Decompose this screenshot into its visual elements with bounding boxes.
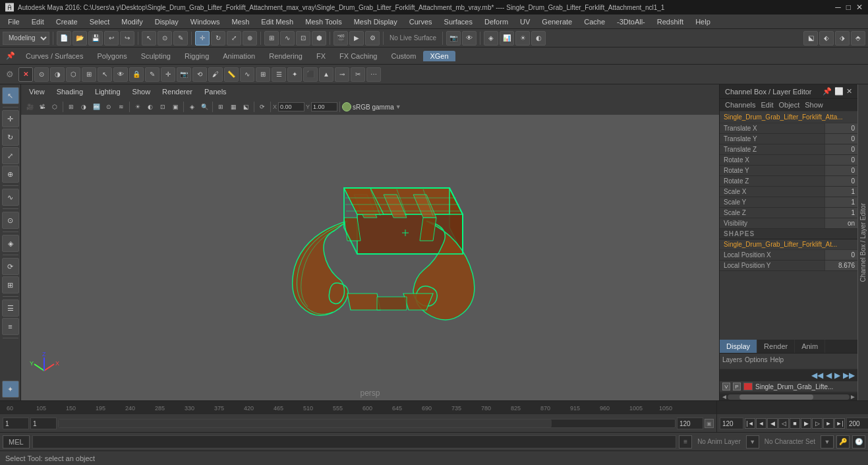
tool-arrow-icon[interactable]: ↖ — [98, 67, 112, 82]
open-button[interactable]: 📂 — [72, 31, 87, 46]
display-tab-render[interactable]: Render — [757, 340, 795, 353]
vp-ssao-btn[interactable]: ⊙ — [103, 101, 115, 113]
timeline-ruler[interactable]: 60 105 150 195 240 285 330 375 420 465 5… — [0, 401, 716, 414]
color-space-arrow[interactable]: ▼ — [395, 104, 401, 110]
tool-layer-icon[interactable]: ☰ — [272, 67, 286, 82]
lasso-select-button[interactable]: ⊙ — [158, 31, 172, 46]
tool-smooth-icon[interactable]: ⬡ — [66, 67, 80, 82]
menu-edit[interactable]: Edit — [26, 16, 49, 27]
menu-redshift[interactable]: Redshift — [652, 16, 689, 27]
cb-value-tz[interactable]: 0 — [825, 144, 857, 154]
cb-value-tx[interactable]: 0 — [825, 123, 857, 133]
cb-value-ty[interactable]: 0 — [825, 134, 857, 144]
scroll-right-btn[interactable]: ► — [850, 393, 856, 400]
snap-mode-button[interactable]: ◈ — [2, 235, 19, 252]
tab-animation[interactable]: Animation — [216, 51, 262, 61]
timeline-range-bar[interactable] — [58, 419, 676, 428]
tool-measure-icon[interactable]: 📏 — [224, 67, 239, 82]
scene-timecode-button[interactable]: 🕐 — [852, 435, 865, 449]
snap-surface-button[interactable]: ⬢ — [312, 31, 326, 46]
select-tool-button[interactable]: ↖ — [142, 31, 156, 46]
layers-menu-layers[interactable]: Layers — [722, 356, 742, 363]
universal-mode-button[interactable]: ⊕ — [2, 166, 19, 183]
timeline-end-field[interactable] — [677, 418, 703, 429]
soft-mod-button[interactable]: ∿ — [2, 189, 19, 206]
timeline-current-field[interactable] — [30, 418, 57, 429]
cb-tab-channels[interactable]: Channels — [725, 101, 755, 109]
vp-grid-btn[interactable]: ⊞ — [65, 101, 77, 113]
vp-light-btn[interactable]: ☀ — [132, 101, 144, 113]
menu-deform[interactable]: Deform — [479, 16, 513, 27]
scale-tool-button[interactable]: ⤢ — [227, 31, 241, 46]
vp-component-btn[interactable]: ▣ — [169, 101, 181, 113]
vp-gate-btn[interactable]: ▦ — [227, 101, 239, 113]
tool-cut-icon[interactable]: ✂ — [351, 67, 365, 82]
tool-camera2-icon[interactable]: 📷 — [177, 67, 191, 82]
layer-scrollbar[interactable]: ◄ ► — [720, 392, 857, 400]
menu-mesh-tools[interactable]: Mesh Tools — [300, 16, 347, 27]
nav-first-button[interactable]: ◀◀ — [811, 371, 823, 380]
tool-attract-icon[interactable]: ✦ — [287, 67, 302, 82]
display-settings-button[interactable]: ⬕ — [803, 31, 818, 46]
vp-smooth-btn[interactable]: ◑ — [78, 101, 90, 113]
nav-last-button[interactable]: ▶▶ — [843, 371, 855, 380]
light-editor-button[interactable]: ☀ — [515, 31, 530, 46]
xgen-icon-button[interactable]: ✦ — [2, 381, 19, 398]
tab-polygons[interactable]: Polygons — [90, 51, 133, 61]
menu-windows[interactable]: Windows — [185, 16, 225, 27]
cb-value-rz[interactable]: 0 — [825, 176, 857, 186]
snap-grid-button[interactable]: ⊞ — [264, 31, 279, 46]
maximize-button[interactable]: □ — [846, 3, 851, 12]
vp-isolate-btn[interactable]: ◈ — [186, 101, 198, 113]
vp-menu-lighting[interactable]: Lighting — [90, 86, 126, 97]
tab-custom[interactable]: Custom — [385, 51, 423, 61]
tool-ref-icon[interactable]: ⊞ — [82, 67, 96, 82]
tool-lock-icon[interactable]: 🔒 — [129, 67, 144, 82]
playback-end-field[interactable] — [846, 418, 868, 429]
layer-visibility-toggle[interactable]: V — [722, 383, 730, 390]
scale-mode-button[interactable]: ⤢ — [2, 147, 19, 164]
tool-shaded-icon[interactable]: ◑ — [50, 67, 65, 82]
mode-dropdown[interactable]: Modeling — [3, 32, 49, 45]
next-frame-button[interactable]: ► — [823, 418, 834, 429]
tool-add-icon[interactable]: ✛ — [161, 67, 175, 82]
display-tab-anim[interactable]: Anim — [795, 340, 825, 353]
channel-box-button[interactable]: ≡ — [2, 318, 19, 335]
rotate-mode-button[interactable]: ↻ — [2, 129, 19, 146]
render-settings-button[interactable]: ⚙ — [365, 31, 380, 46]
menu-curves[interactable]: Curves — [404, 16, 438, 27]
attribute-editor-side-tab[interactable]: Channel Box / Layer Editor — [857, 84, 868, 400]
viewport[interactable]: View Shading Lighting Show Renderer Pane… — [21, 84, 719, 400]
vp-menu-view[interactable]: View — [24, 86, 50, 97]
timeline-start-field[interactable] — [3, 418, 29, 429]
scroll-track[interactable] — [728, 394, 850, 400]
play-back-button[interactable]: ◁ — [778, 418, 789, 429]
coord-y-input[interactable] — [311, 102, 337, 111]
menu-generate[interactable]: Generate — [536, 16, 577, 27]
prev-frame-button[interactable]: ◄ — [756, 418, 767, 429]
vp-cam2-btn[interactable]: 📽 — [36, 101, 48, 113]
snap-point-button[interactable]: ⊡ — [296, 31, 310, 46]
layers-menu-options[interactable]: Options — [745, 356, 767, 363]
nav-next-button[interactable]: ▶ — [834, 371, 840, 380]
redo-button[interactable]: ↪ — [120, 31, 134, 46]
save-button[interactable]: 💾 — [88, 31, 103, 46]
render-view-button[interactable]: 🎬 — [333, 31, 348, 46]
tool-grid2-icon[interactable]: ⊞ — [256, 67, 270, 82]
menu-surfaces[interactable]: Surfaces — [439, 16, 478, 27]
play-forward-button[interactable]: ▶ — [801, 418, 811, 429]
tab-curves-surfaces[interactable]: Curves / Surfaces — [19, 51, 90, 61]
universal-manip-button[interactable]: ⊕ — [243, 31, 257, 46]
window-controls[interactable]: ─ □ ✕ — [835, 3, 863, 12]
vp-xray-btn[interactable]: ⊡ — [157, 101, 169, 113]
layers-menu-help[interactable]: Help — [770, 356, 784, 363]
vp-cam-btn[interactable]: 🎥 — [24, 101, 36, 113]
vp-wireframe-btn[interactable]: ⬡ — [49, 101, 61, 113]
vp-sync-btn[interactable]: ⟳ — [256, 101, 268, 113]
select-mode-button[interactable]: ↖ — [2, 87, 19, 104]
vp-menu-renderer[interactable]: Renderer — [157, 86, 198, 97]
vp-hud-btn[interactable]: ⊞ — [215, 101, 227, 113]
show-manip-button[interactable]: ⊙ — [2, 212, 19, 229]
cb-value-sz[interactable]: 1 — [825, 208, 857, 218]
tool-wireframe-icon[interactable]: ⊙ — [34, 67, 49, 82]
